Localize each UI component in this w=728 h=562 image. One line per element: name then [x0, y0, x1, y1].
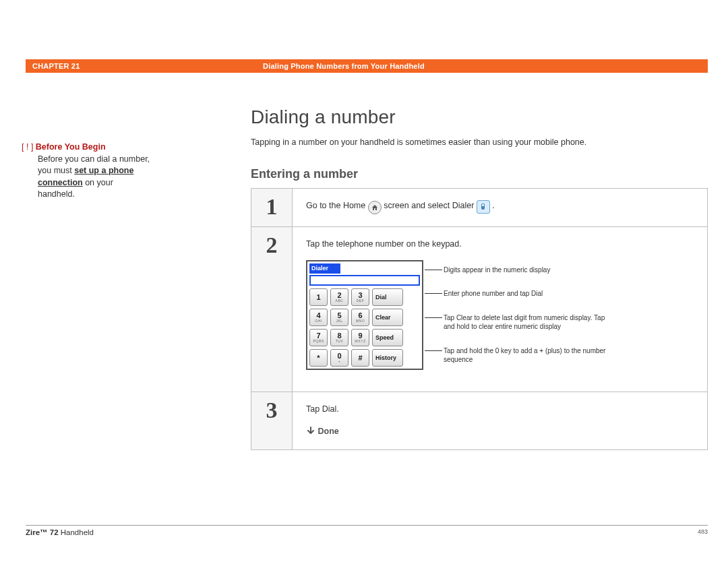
steps-container: 1 Go to the Home screen and select Diale… [251, 188, 708, 450]
step-number-2: 2 [251, 227, 293, 392]
chapter-section-title: Dialing Phone Numbers from Your Handheld [263, 62, 708, 70]
callout-dial: Enter phone number and tap Dial [444, 289, 612, 299]
keypad-numeric-display [309, 275, 420, 286]
keypad-key-9: 9WXYZ [351, 329, 369, 346]
footer-brand-bold: Zire™ 72 [26, 528, 59, 536]
keypad-key-6: 6MNO [351, 309, 369, 326]
step-2-row: 2 Tap the telephone number on the keypad… [251, 227, 707, 392]
keypad-history-button: History [372, 349, 403, 367]
keypad-key-0: 0+ [330, 349, 348, 367]
keypad-title: Dialer [309, 263, 340, 274]
home-icon [368, 201, 382, 214]
keypad-key-7: 7PQRS [309, 329, 328, 346]
keypad-key-5: 5JKL [330, 309, 348, 326]
section-subtitle: Entering a number [251, 167, 708, 181]
lead-paragraph: Tapping in a number on your handheld is … [251, 136, 708, 148]
footer-brand-rest: Handheld [59, 528, 94, 536]
step-number-1: 1 [251, 189, 293, 226]
step-1-row: 1 Go to the Home screen and select Diale… [251, 189, 707, 227]
step-3-text: Tap Dial. [306, 403, 698, 416]
keypad-key-2: 2ABC [330, 288, 348, 306]
page-title: Dialing a number [251, 106, 708, 128]
keypad-key-1: 1 [309, 288, 328, 306]
keypad-key-8: 8TUV [330, 329, 348, 346]
done-marker: Done [306, 425, 698, 438]
dialer-icon [477, 200, 490, 214]
callout-numeric-display: Digits appear in the numeric display [444, 266, 612, 275]
keypad-key-*: * [309, 349, 328, 367]
keypad-clear-button: Clear [372, 309, 403, 326]
keypad-speed-button: Speed [372, 329, 403, 346]
keypad-dial-button: Dial [372, 288, 403, 306]
keypad-key-3: 3DEF [351, 288, 369, 306]
step-number-3: 3 [251, 392, 293, 450]
down-arrow-icon [306, 426, 315, 435]
callout-clear: Tap Clear to delete last digit from nume… [444, 313, 612, 332]
before-you-begin-heading: [ ! ] Before You Begin [22, 142, 251, 154]
keypad-key-4: 4GHI [309, 309, 328, 326]
sidebar-before-you-begin: [ ! ] Before You Begin Before you can di… [22, 106, 251, 450]
keypad-callouts: Digits appear in the numeric display Ent… [444, 260, 612, 379]
chapter-label: CHAPTER 21 [26, 62, 263, 70]
dialer-keypad-figure: Dialer 12ABC3DEFDial4GHI5JKL6MNOClear7PQ… [306, 260, 423, 371]
keypad-key-#: # [351, 349, 369, 367]
chapter-header-bar: CHAPTER 21 Dialing Phone Numbers from Yo… [26, 59, 708, 73]
svg-rect-1 [482, 204, 484, 206]
page-footer: Zire™ 72 Handheld 483 [26, 525, 708, 536]
step-2-text: Tap the telephone number on the keypad. [306, 238, 698, 251]
page-number: 483 [698, 528, 708, 536]
callout-zero-plus: Tap and hold the 0 key to add a + (plus)… [444, 346, 612, 365]
step-3-row: 3 Tap Dial. Done [251, 392, 707, 450]
